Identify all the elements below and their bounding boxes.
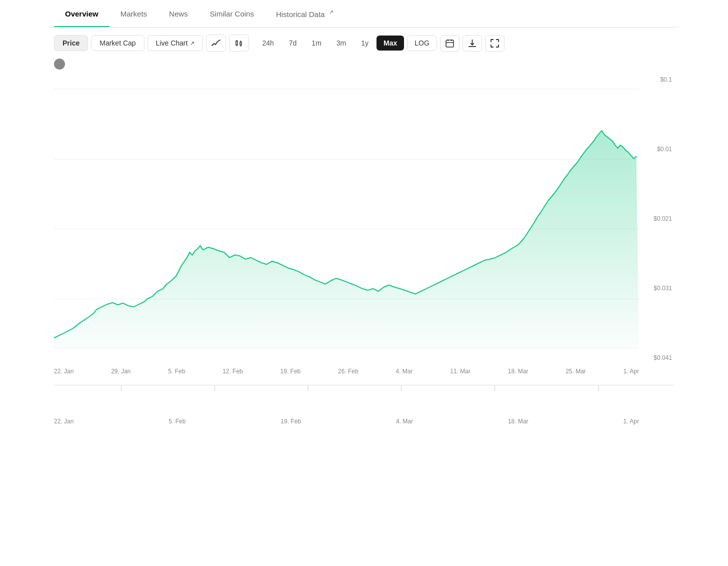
calendar-icon	[446, 39, 454, 48]
tab-markets[interactable]: Markets	[110, 1, 158, 27]
chart-toolbar: Price Market Cap Live Chart ↗ 24h 7d 1	[49, 28, 679, 59]
svg-rect-0	[236, 41, 238, 45]
chart-svg	[54, 74, 639, 364]
time-3m[interactable]: 3m	[330, 36, 353, 51]
x-label-5: 26. Feb	[338, 368, 358, 375]
candle-chart-button[interactable]	[229, 35, 249, 52]
time-1y[interactable]: 1y	[354, 36, 376, 51]
expand-icon	[490, 39, 499, 48]
market-cap-button[interactable]: Market Cap	[91, 35, 144, 51]
nav-label-1: 5. Feb	[168, 418, 186, 425]
x-label-6: 4. Mar	[396, 368, 412, 375]
log-button[interactable]: LOG	[407, 35, 437, 51]
y-label-4: $0.041	[639, 354, 674, 361]
time-7d[interactable]: 7d	[282, 36, 304, 51]
nav-label-0: 22. Jan	[54, 418, 74, 425]
x-label-10: 1. Apr	[624, 368, 639, 375]
nav-label-4: 18. Mar	[508, 418, 528, 425]
x-axis: 22. Jan 29. Jan 5. Feb 12. Feb 19. Feb 2…	[54, 364, 674, 375]
x-label-2: 5. Feb	[168, 368, 185, 375]
download-icon	[468, 39, 476, 48]
nav-label-3: 4. Mar	[396, 418, 413, 425]
x-label-4: 19. Feb	[280, 368, 301, 375]
x-label-8: 18. Mar	[508, 368, 528, 375]
price-button[interactable]: Price	[54, 35, 88, 51]
external-icon: ↗	[190, 40, 194, 47]
time-1m[interactable]: 1m	[304, 36, 328, 51]
calendar-button[interactable]	[440, 35, 460, 52]
svg-rect-3	[240, 42, 242, 45]
line-chart-button[interactable]	[206, 35, 226, 52]
y-label-3: $0.031	[639, 285, 674, 292]
time-max[interactable]: Max	[376, 36, 404, 51]
tab-overview[interactable]: Overview	[54, 1, 110, 27]
external-link-icon: ↗	[329, 9, 334, 15]
line-chart-icon	[212, 39, 220, 48]
nav-tabs: Overview Markets News Similar Coins Hist…	[49, 0, 679, 28]
time-24h[interactable]: 24h	[255, 36, 280, 51]
candle-chart-icon	[234, 39, 244, 48]
chart-dot	[54, 59, 65, 70]
nav-x-axis: 22. Jan 5. Feb 19. Feb 4. Mar 18. Mar 1.…	[54, 415, 674, 425]
nav-label-2: 19. Feb	[280, 418, 301, 425]
x-label-7: 11. Mar	[450, 368, 470, 375]
tab-news[interactable]: News	[158, 1, 199, 27]
chart-container: $0.1 $0.01 $0.021 $0.031 $0.041	[54, 74, 674, 364]
expand-button[interactable]	[485, 35, 504, 52]
nav-label-5: 1. Apr	[624, 418, 639, 425]
x-label-0: 22. Jan	[54, 368, 74, 375]
download-button[interactable]	[462, 35, 482, 52]
navigator-chart	[54, 385, 674, 415]
y-axis: $0.1 $0.01 $0.021 $0.031 $0.041	[639, 74, 674, 364]
chart-wrapper: $0.1 $0.01 $0.021 $0.031 $0.041 22. Jan …	[49, 59, 679, 430]
live-chart-button[interactable]: Live Chart ↗	[148, 35, 204, 51]
y-label-1: $0.01	[639, 146, 674, 153]
tab-similar-coins[interactable]: Similar Coins	[199, 1, 265, 27]
svg-rect-6	[446, 40, 454, 47]
tab-historical-data[interactable]: Historical Data ↗	[265, 0, 344, 28]
x-label-3: 12. Feb	[222, 368, 243, 375]
time-range-group: 24h 7d 1m 3m 1y Max	[255, 36, 404, 51]
x-label-1: 29. Jan	[111, 368, 130, 375]
x-label-9: 25. Mar	[566, 368, 586, 375]
y-label-2: $0.021	[639, 215, 674, 222]
y-label-0: $0.1	[639, 76, 674, 83]
